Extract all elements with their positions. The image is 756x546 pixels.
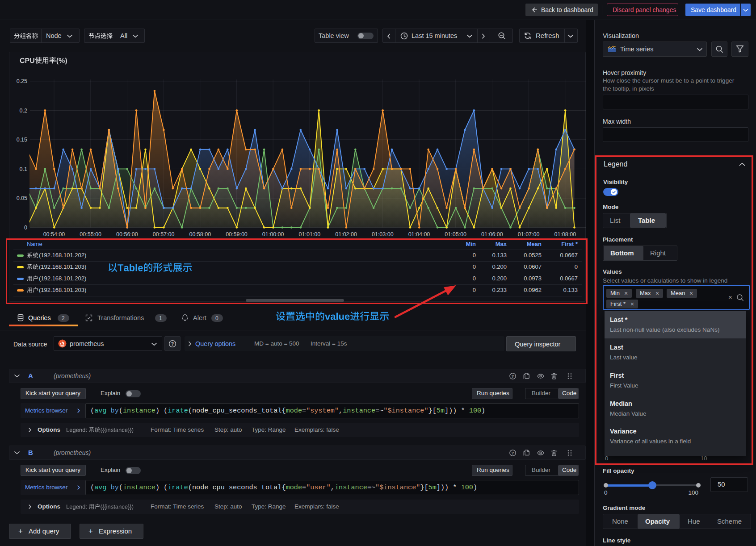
svg-text:00:54:00: 00:54:00 — [43, 231, 65, 238]
svg-text:0.25: 0.25 — [17, 78, 27, 84]
svg-text:0: 0 — [24, 225, 27, 231]
svg-text:00:56:00: 00:56:00 — [116, 231, 138, 238]
svg-text:01:04:00: 01:04:00 — [408, 231, 430, 238]
svg-text:0.2: 0.2 — [20, 108, 27, 114]
svg-text:00:57:00: 00:57:00 — [153, 231, 175, 238]
svg-text:00:55:00: 00:55:00 — [80, 231, 101, 238]
svg-text:0.05: 0.05 — [17, 195, 27, 201]
svg-text:01:08:00: 01:08:00 — [554, 231, 576, 238]
svg-text:0.15: 0.15 — [17, 137, 27, 143]
svg-text:?: ? — [171, 341, 174, 346]
svg-text:01:02:00: 01:02:00 — [335, 231, 357, 238]
svg-text:01:00:00: 01:00:00 — [262, 231, 284, 238]
svg-text:00:58:00: 00:58:00 — [189, 231, 211, 238]
svg-text:01:07:00: 01:07:00 — [518, 231, 540, 238]
svg-text:0.1: 0.1 — [20, 166, 27, 172]
svg-text:01:06:00: 01:06:00 — [481, 231, 503, 238]
svg-text:01:01:00: 01:01:00 — [299, 231, 321, 238]
svg-text:?: ? — [512, 374, 514, 379]
svg-text:01:03:00: 01:03:00 — [372, 231, 394, 238]
svg-text:?: ? — [512, 451, 514, 455]
svg-text:00:59:00: 00:59:00 — [226, 231, 248, 238]
svg-text:01:05:00: 01:05:00 — [445, 231, 466, 238]
